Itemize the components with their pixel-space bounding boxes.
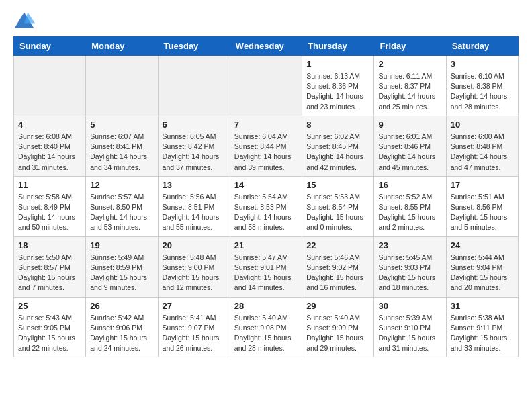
day-number: 9 [378, 120, 441, 130]
day-cell: 4Sunrise: 6:08 AM Sunset: 8:40 PM Daylig… [14, 116, 86, 176]
day-info: Sunrise: 5:40 AM Sunset: 9:08 PM Dayligh… [234, 313, 298, 354]
day-cell: 24Sunrise: 5:44 AM Sunset: 9:04 PM Dayli… [446, 236, 518, 297]
day-info: Sunrise: 5:51 AM Sunset: 8:56 PM Dayligh… [451, 192, 514, 233]
weekday-header-sunday: Sunday [14, 37, 86, 56]
day-info: Sunrise: 5:40 AM Sunset: 9:09 PM Dayligh… [306, 313, 369, 354]
calendar: SundayMondayTuesdayWednesdayThursdayFrid… [13, 36, 519, 357]
day-number: 28 [234, 301, 298, 311]
day-info: Sunrise: 5:49 AM Sunset: 8:59 PM Dayligh… [90, 253, 153, 293]
day-info: Sunrise: 6:04 AM Sunset: 8:44 PM Dayligh… [234, 132, 298, 173]
day-cell: 16Sunrise: 5:52 AM Sunset: 8:55 PM Dayli… [374, 176, 446, 236]
day-cell: 18Sunrise: 5:50 AM Sunset: 8:57 PM Dayli… [14, 236, 86, 297]
day-number: 23 [378, 240, 441, 250]
day-number: 16 [378, 180, 441, 190]
weekday-header-thursday: Thursday [302, 37, 374, 56]
day-cell: 30Sunrise: 5:39 AM Sunset: 9:10 PM Dayli… [374, 297, 446, 357]
day-cell: 31Sunrise: 5:38 AM Sunset: 9:11 PM Dayli… [446, 297, 518, 357]
day-info: Sunrise: 5:47 AM Sunset: 9:01 PM Dayligh… [234, 253, 298, 293]
day-cell: 19Sunrise: 5:49 AM Sunset: 8:59 PM Dayli… [86, 236, 158, 297]
day-cell: 5Sunrise: 6:07 AM Sunset: 8:41 PM Daylig… [86, 116, 158, 176]
week-row-2: 4Sunrise: 6:08 AM Sunset: 8:40 PM Daylig… [14, 116, 519, 176]
day-cell: 15Sunrise: 5:53 AM Sunset: 8:54 PM Dayli… [302, 176, 374, 236]
week-row-3: 11Sunrise: 5:58 AM Sunset: 8:49 PM Dayli… [14, 176, 519, 236]
day-number: 10 [451, 120, 514, 130]
day-cell: 23Sunrise: 5:45 AM Sunset: 9:03 PM Dayli… [374, 236, 446, 297]
day-cell: 6Sunrise: 6:05 AM Sunset: 8:42 PM Daylig… [158, 116, 230, 176]
day-number: 1 [306, 59, 369, 69]
day-info: Sunrise: 5:39 AM Sunset: 9:10 PM Dayligh… [378, 313, 441, 354]
day-number: 21 [234, 240, 298, 250]
week-row-4: 18Sunrise: 5:50 AM Sunset: 8:57 PM Dayli… [14, 236, 519, 297]
day-number: 20 [163, 240, 226, 250]
day-info: Sunrise: 6:01 AM Sunset: 8:46 PM Dayligh… [378, 132, 441, 173]
day-number: 19 [90, 240, 153, 250]
day-cell: 28Sunrise: 5:40 AM Sunset: 9:08 PM Dayli… [230, 297, 302, 357]
day-info: Sunrise: 5:41 AM Sunset: 9:07 PM Dayligh… [163, 313, 226, 354]
header [13, 11, 519, 30]
day-info: Sunrise: 6:07 AM Sunset: 8:41 PM Dayligh… [90, 132, 153, 173]
day-info: Sunrise: 5:42 AM Sunset: 9:06 PM Dayligh… [90, 313, 153, 354]
day-number: 31 [451, 301, 514, 311]
day-info: Sunrise: 6:10 AM Sunset: 8:38 PM Dayligh… [451, 71, 514, 112]
weekday-header-monday: Monday [86, 37, 158, 56]
day-info: Sunrise: 5:53 AM Sunset: 8:54 PM Dayligh… [306, 192, 369, 233]
day-number: 13 [163, 180, 226, 190]
day-info: Sunrise: 5:57 AM Sunset: 8:50 PM Dayligh… [90, 192, 153, 233]
day-cell: 3Sunrise: 6:10 AM Sunset: 8:38 PM Daylig… [446, 56, 518, 116]
day-info: Sunrise: 5:44 AM Sunset: 9:04 PM Dayligh… [451, 253, 514, 293]
day-cell: 14Sunrise: 5:54 AM Sunset: 8:53 PM Dayli… [230, 176, 302, 236]
day-cell: 21Sunrise: 5:47 AM Sunset: 9:01 PM Dayli… [230, 236, 302, 297]
weekday-header-row: SundayMondayTuesdayWednesdayThursdayFrid… [14, 37, 519, 56]
day-number: 22 [306, 240, 369, 250]
day-number: 4 [18, 120, 81, 130]
day-info: Sunrise: 6:08 AM Sunset: 8:40 PM Dayligh… [18, 132, 81, 173]
day-cell: 1Sunrise: 6:13 AM Sunset: 8:36 PM Daylig… [302, 56, 374, 116]
day-number: 6 [163, 120, 226, 130]
day-number: 24 [451, 240, 514, 250]
day-info: Sunrise: 5:58 AM Sunset: 8:49 PM Dayligh… [18, 192, 81, 233]
calendar-header: SundayMondayTuesdayWednesdayThursdayFrid… [14, 37, 519, 56]
calendar-body: 1Sunrise: 6:13 AM Sunset: 8:36 PM Daylig… [14, 56, 519, 357]
weekday-header-tuesday: Tuesday [158, 37, 230, 56]
day-number: 25 [18, 301, 81, 311]
day-cell: 2Sunrise: 6:11 AM Sunset: 8:37 PM Daylig… [374, 56, 446, 116]
day-number: 3 [451, 59, 514, 69]
day-number: 27 [163, 301, 226, 311]
day-cell: 11Sunrise: 5:58 AM Sunset: 8:49 PM Dayli… [14, 176, 86, 236]
day-number: 17 [451, 180, 514, 190]
day-cell: 7Sunrise: 6:04 AM Sunset: 8:44 PM Daylig… [230, 116, 302, 176]
day-cell [158, 56, 230, 116]
day-number: 2 [378, 59, 441, 69]
day-info: Sunrise: 5:56 AM Sunset: 8:51 PM Dayligh… [163, 192, 226, 233]
day-number: 14 [234, 180, 298, 190]
day-number: 7 [234, 120, 298, 130]
day-info: Sunrise: 6:00 AM Sunset: 8:48 PM Dayligh… [451, 132, 514, 173]
weekday-header-wednesday: Wednesday [230, 37, 302, 56]
day-info: Sunrise: 6:11 AM Sunset: 8:37 PM Dayligh… [378, 71, 441, 112]
day-cell [230, 56, 302, 116]
day-number: 30 [378, 301, 441, 311]
day-cell: 22Sunrise: 5:46 AM Sunset: 9:02 PM Dayli… [302, 236, 374, 297]
week-row-1: 1Sunrise: 6:13 AM Sunset: 8:36 PM Daylig… [14, 56, 519, 116]
day-cell [86, 56, 158, 116]
week-row-5: 25Sunrise: 5:43 AM Sunset: 9:05 PM Dayli… [14, 297, 519, 357]
day-number: 8 [306, 120, 369, 130]
day-cell [14, 56, 86, 116]
day-info: Sunrise: 5:38 AM Sunset: 9:11 PM Dayligh… [451, 313, 514, 354]
day-info: Sunrise: 6:05 AM Sunset: 8:42 PM Dayligh… [163, 132, 226, 173]
day-number: 18 [18, 240, 81, 250]
day-info: Sunrise: 6:02 AM Sunset: 8:45 PM Dayligh… [306, 132, 369, 173]
day-number: 11 [18, 180, 81, 190]
day-number: 26 [90, 301, 153, 311]
weekday-header-friday: Friday [374, 37, 446, 56]
day-cell: 29Sunrise: 5:40 AM Sunset: 9:09 PM Dayli… [302, 297, 374, 357]
day-number: 29 [306, 301, 369, 311]
day-number: 12 [90, 180, 153, 190]
day-info: Sunrise: 5:50 AM Sunset: 8:57 PM Dayligh… [18, 253, 81, 293]
logo [13, 11, 38, 30]
day-cell: 20Sunrise: 5:48 AM Sunset: 9:00 PM Dayli… [158, 236, 230, 297]
day-cell: 27Sunrise: 5:41 AM Sunset: 9:07 PM Dayli… [158, 297, 230, 357]
day-cell: 10Sunrise: 6:00 AM Sunset: 8:48 PM Dayli… [446, 116, 518, 176]
day-cell: 17Sunrise: 5:51 AM Sunset: 8:56 PM Dayli… [446, 176, 518, 236]
day-cell: 26Sunrise: 5:42 AM Sunset: 9:06 PM Dayli… [86, 297, 158, 357]
